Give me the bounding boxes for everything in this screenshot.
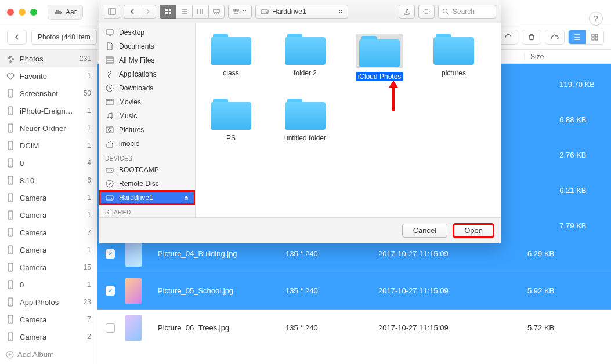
view-list[interactable] — [176, 5, 192, 19]
finder-sidebar-item[interactable]: Movies — [99, 95, 195, 109]
sidebar-label: Photos — [20, 54, 43, 63]
finder-sidebar-item[interactable]: BOOTCAMP — [99, 163, 195, 177]
finder-sidebar-item[interactable]: Desktop — [99, 26, 195, 39]
account-pill[interactable]: Aar — [48, 5, 83, 20]
sidebar-label: Favorite — [20, 72, 47, 81]
sidebar-item[interactable]: iPhoto-Ereign…1 — [0, 102, 97, 119]
sidebar-item[interactable]: Camera7 — [0, 224, 97, 241]
folder-item[interactable]: iCloud Photos — [356, 34, 403, 81]
file-size: 2.76 KB — [559, 151, 595, 159]
zoom-window[interactable] — [30, 9, 37, 16]
finder-sidebar-item[interactable]: Documents — [99, 39, 195, 53]
finder-sidebar-item[interactable]: All My Files — [99, 53, 195, 67]
view-icons[interactable] — [160, 5, 176, 19]
open-dialog: Harddrive1 Search DesktopDocumentsAll My… — [99, 0, 501, 243]
finder-sidebar-item[interactable]: imobie — [99, 137, 195, 151]
path-dropdown[interactable]: Harddrive1 — [255, 5, 348, 19]
folder-item[interactable]: untitled folder — [281, 99, 329, 143]
finder-search[interactable]: Search — [438, 5, 496, 19]
file-date: 2017-10-27 11:15:09 — [378, 249, 494, 258]
folder-item[interactable]: folder 2 — [281, 34, 329, 81]
share-button[interactable] — [399, 5, 415, 19]
chevron-left-icon — [14, 34, 20, 40]
tags-button[interactable] — [418, 5, 435, 19]
phone-icon — [6, 193, 15, 202]
table-row[interactable]: Picture_05_School.jpg135 * 2402017-10-27… — [97, 272, 611, 310]
view-gallery[interactable] — [208, 5, 225, 19]
sidebar-item[interactable]: Camera1 — [0, 189, 97, 206]
sidebar-item[interactable]: Favorite1 — [0, 67, 97, 85]
phone-icon — [6, 210, 15, 220]
row-checkbox[interactable] — [106, 323, 115, 333]
sidebar-item[interactable]: 01 — [0, 276, 97, 293]
table-row[interactable]: Picture_06_Trees.jpg135 * 2402017-10-27 … — [97, 310, 611, 347]
cancel-button[interactable]: Cancel — [402, 224, 447, 238]
sidebar-item[interactable]: Camera15 — [0, 259, 97, 276]
view-columns[interactable] — [192, 5, 208, 19]
view-grid[interactable] — [586, 30, 603, 44]
folder-label: pictures — [439, 68, 468, 78]
file-size: 6.21 KB — [559, 186, 595, 195]
sidebar-item[interactable]: Camera1 — [0, 206, 97, 224]
sidebar-count: 7 — [87, 315, 91, 323]
svg-rect-38 — [169, 9, 171, 11]
close-window[interactable] — [7, 9, 14, 16]
help-button[interactable]: ? — [589, 12, 603, 26]
file-dimensions: 135 * 240 — [285, 286, 378, 295]
view-list[interactable] — [569, 30, 586, 44]
sidebar-item[interactable]: Camera7 — [0, 311, 97, 328]
minimize-window[interactable] — [19, 9, 26, 16]
sidebar-item[interactable]: App Photos23 — [0, 293, 97, 311]
back-button[interactable] — [7, 30, 27, 45]
file-size: 6.29 KB — [527, 249, 603, 258]
svg-point-21 — [10, 235, 11, 236]
sidebar-item[interactable]: Photos231 — [0, 50, 97, 67]
svg-point-60 — [109, 183, 111, 185]
cloud-button[interactable] — [545, 30, 565, 45]
trash-button[interactable] — [522, 30, 541, 45]
finder-sidebar-toggle[interactable] — [104, 5, 120, 19]
finder-sidebar-item[interactable]: Pictures — [99, 123, 195, 137]
finder-sidebar-item[interactable]: Harddrive1 — [99, 191, 195, 205]
svg-point-25 — [10, 270, 11, 271]
finder-sidebar-item[interactable]: Remote Disc — [99, 177, 195, 191]
file-dimensions: 135 * 240 — [285, 323, 378, 332]
sidebar-item[interactable]: Camera1 — [0, 241, 97, 259]
drive-icon — [261, 8, 269, 15]
sidebar-item[interactable]: Camera2 — [0, 328, 97, 345]
folder-icon — [211, 34, 251, 65]
group-by[interactable] — [228, 5, 252, 19]
row-checkbox[interactable] — [106, 286, 115, 296]
breadcrumb[interactable]: Photos (448 item — [31, 30, 97, 45]
finder-sidebar-item[interactable]: Music — [99, 109, 195, 123]
sidebar-item[interactable]: DCIM1 — [0, 137, 97, 154]
row-checkbox[interactable] — [106, 249, 115, 259]
finder-back[interactable] — [124, 5, 140, 19]
sidebar-item[interactable]: 04 — [0, 154, 97, 172]
sidebar-item[interactable]: Neuer Ordner1 — [0, 119, 97, 137]
file-size: 5.72 KB — [527, 323, 603, 332]
sidebar-item[interactable]: Screenshot50 — [0, 85, 97, 102]
sidebar-label: Camera — [20, 263, 46, 272]
sidebar-label: Camera — [20, 315, 46, 324]
file-size: 6.88 KB — [559, 115, 595, 124]
svg-rect-3 — [595, 38, 598, 40]
sidebar-count: 1 — [87, 194, 91, 202]
sidebar-label: Camera — [20, 211, 46, 220]
eject-icon[interactable] — [183, 195, 189, 201]
folder-item[interactable]: PS — [207, 99, 255, 143]
folder-item[interactable]: pictures — [430, 34, 478, 81]
finder-forward[interactable] — [140, 5, 156, 19]
open-button[interactable]: Open — [453, 224, 494, 238]
column-size[interactable]: Size — [524, 53, 611, 61]
disc-icon — [105, 179, 114, 188]
finder-sidebar-item[interactable]: Applications — [99, 67, 195, 81]
refresh-button[interactable] — [498, 30, 518, 45]
folder-item[interactable]: class — [207, 34, 255, 81]
chevron-left-icon — [130, 9, 135, 14]
add-album[interactable]: Add Album — [0, 345, 97, 363]
sidebar-item[interactable]: 8.106 — [0, 172, 97, 189]
svg-point-15 — [10, 183, 11, 184]
sidebar-label: Neuer Ordner — [20, 124, 66, 133]
finder-sidebar-item[interactable]: Downloads — [99, 81, 195, 95]
